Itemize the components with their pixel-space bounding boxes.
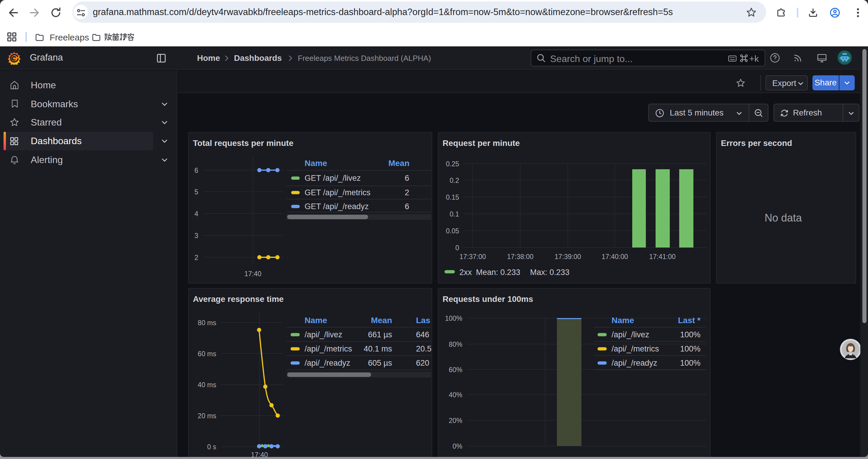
svg-text:20.5 r: 20.5 r — [416, 345, 432, 353]
svg-text:/api/_/metrics: /api/_/metrics — [612, 345, 659, 353]
svg-text:GET /api/_/livez: GET /api/_/livez — [305, 174, 361, 183]
svg-text:GET /api/_/readyz: GET /api/_/readyz — [305, 202, 369, 211]
svg-text:2xx: 2xx — [459, 268, 472, 277]
svg-text:0 s: 0 s — [207, 443, 216, 451]
svg-text:Mean: 0.233: Mean: 0.233 — [476, 268, 520, 277]
svg-text:6: 6 — [194, 167, 198, 174]
svg-text:/api/_/livez: /api/_/livez — [305, 330, 342, 339]
svg-text:Max: 0.233: Max: 0.233 — [530, 268, 569, 277]
svg-text:Las: Las — [416, 316, 430, 325]
svg-text:3: 3 — [194, 232, 198, 239]
svg-text:60 ms: 60 ms — [198, 350, 216, 358]
svg-text:17:40: 17:40 — [251, 451, 268, 457]
svg-text:20 ms: 20 ms — [198, 412, 216, 420]
svg-text:80 ms: 80 ms — [198, 319, 216, 327]
svg-text:620: 620 — [416, 359, 429, 367]
svg-text:GET /api/_/metrics: GET /api/_/metrics — [305, 188, 370, 197]
svg-text:4: 4 — [194, 210, 198, 218]
svg-text:Name: Name — [305, 316, 327, 325]
svg-text:17:38:00: 17:38:00 — [507, 253, 533, 261]
svg-text:40.1 ms: 40.1 ms — [364, 345, 392, 353]
svg-text:0.25: 0.25 — [446, 160, 459, 168]
svg-text:40 ms: 40 ms — [198, 381, 216, 389]
svg-text:/api/_/readyz: /api/_/readyz — [612, 359, 657, 367]
svg-text:17:40:00: 17:40:00 — [601, 253, 628, 261]
svg-text:Mean: Mean — [388, 159, 409, 168]
svg-text:17:41:00: 17:41:00 — [649, 253, 676, 261]
svg-text:0.05: 0.05 — [446, 227, 459, 235]
svg-text:80%: 80% — [449, 340, 462, 348]
svg-text:0: 0 — [455, 244, 459, 252]
svg-text:/api/_/readyz: /api/_/readyz — [305, 359, 350, 367]
svg-text:0.1: 0.1 — [450, 210, 459, 218]
svg-text:6: 6 — [405, 174, 409, 183]
svg-text:2: 2 — [194, 254, 198, 261]
svg-text:60%: 60% — [449, 366, 462, 374]
svg-text:17:39:00: 17:39:00 — [555, 253, 581, 261]
svg-text:Last *: Last * — [678, 316, 701, 325]
svg-text:Name: Name — [305, 159, 327, 168]
svg-text:0.2: 0.2 — [450, 177, 459, 184]
svg-text:100%: 100% — [445, 315, 462, 322]
svg-text:5: 5 — [194, 188, 198, 196]
svg-text:17:40: 17:40 — [244, 270, 261, 277]
svg-text:Mean: Mean — [371, 316, 392, 325]
svg-text:40%: 40% — [449, 391, 462, 399]
svg-text:17:37:00: 17:37:00 — [459, 253, 486, 261]
svg-text:661 µs: 661 µs — [368, 330, 392, 339]
svg-text:646: 646 — [416, 330, 429, 339]
svg-text:0%: 0% — [453, 442, 462, 450]
svg-text:100%: 100% — [680, 345, 701, 353]
svg-text:6: 6 — [405, 202, 409, 211]
svg-text:2: 2 — [405, 188, 409, 197]
svg-text:100%: 100% — [680, 330, 701, 339]
svg-text:/api/_/livez: /api/_/livez — [612, 330, 649, 339]
svg-text:/api/_/metrics: /api/_/metrics — [305, 345, 352, 353]
svg-text:0.15: 0.15 — [446, 193, 459, 201]
svg-text:100%: 100% — [680, 359, 701, 367]
svg-text:605 µs: 605 µs — [368, 359, 392, 367]
svg-text:Name: Name — [612, 316, 634, 325]
svg-text:20%: 20% — [449, 417, 462, 424]
